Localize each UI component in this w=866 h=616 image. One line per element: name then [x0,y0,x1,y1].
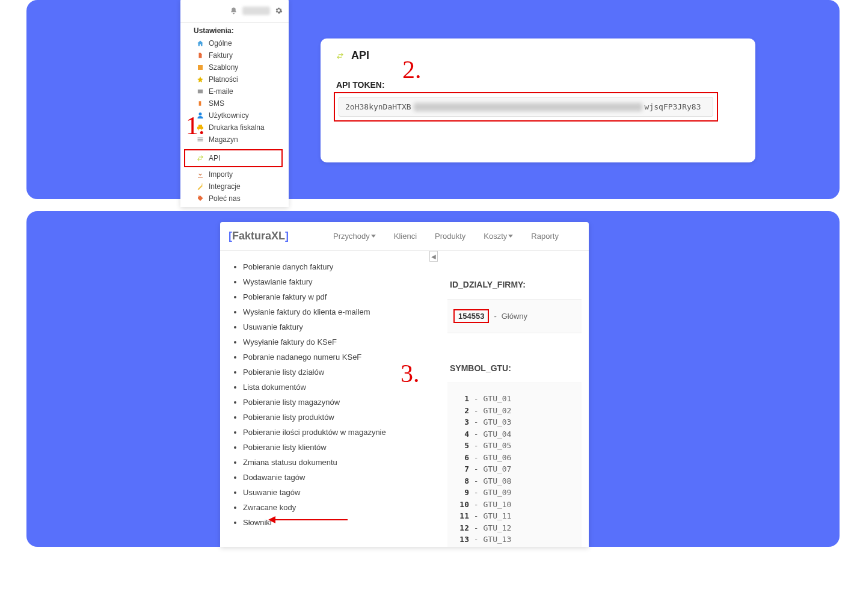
app-navbar: [FakturaXL] PrzychodyKlienciProduktyKosz… [220,222,589,251]
gtu-row: 6 - GTU_06 [456,452,573,464]
settings-item-label: Integracje [209,182,241,191]
docs-link[interactable]: Wysłanie faktury do klienta e-mailem [243,304,434,319]
swap-icon [196,155,204,162]
api-token-field[interactable]: 2oH38kynDaHTXB wjsqFP3JRy83 [339,97,713,117]
settings-item-label: Szablony [209,63,238,72]
nav-klienci[interactable]: Klienci [394,232,417,241]
settings-item-label: Faktury [209,51,233,60]
docs-link[interactable]: Dodawanie tagów [243,470,434,485]
nav-koszty[interactable]: Koszty [484,232,513,241]
callout-number-2: 2. [402,55,422,84]
bell-icon[interactable] [230,7,238,14]
gtu-row: 3 - GTU_03 [456,416,573,428]
id-dzialy-name: Główny [502,312,527,321]
tutorial-step-1-2-container: Ustawienia: OgólneFakturySzablonyPłatnoś… [26,0,840,199]
nav-przychody[interactable]: Przychody [333,232,376,241]
settings-item-faktury[interactable]: Faktury [180,49,289,61]
username-blurred [242,7,270,15]
settings-dropdown-panel: Ustawienia: OgólneFakturySzablonyPłatnoś… [180,0,289,207]
api-docs-content: 3. ID_DZIALY_FIRMY: 154553 - Główny SYMB… [437,251,589,547]
gtu-row: 4 - GTU_04 [456,428,573,440]
tutorial-step-3-container: [FakturaXL] PrzychodyKlienciProduktyKosz… [26,211,840,547]
swap-icon [336,52,344,60]
api-heading: API [351,49,369,62]
wand-icon [196,183,204,191]
docs-link[interactable]: Wysyłanie faktury do KSeF [243,334,434,350]
settings-item-szablony[interactable]: Szablony [180,61,289,73]
gtu-row: 1 - GTU_01 [456,393,573,405]
download-icon [196,171,204,179]
gear-icon[interactable] [275,7,283,14]
id-dzialy-label: ID_DZIALY_FIRMY: [450,280,582,289]
gtu-row: 13 - GTU_13 [456,534,573,546]
docs-link[interactable]: Usuwanie tagów [243,485,434,500]
phone-icon [196,100,204,108]
nav-links: PrzychodyKlienciProduktyKosztyRaporty [333,232,559,241]
chevron-down-icon [508,235,513,238]
app-logo[interactable]: [FakturaXL] [229,230,289,242]
callout-number-1: 1. [186,111,205,140]
nav-raporty[interactable]: Raporty [531,232,559,241]
api-settings-card: 2. API API TOKEN: 2oH38kynDaHTXB wjsqFP3… [321,38,755,162]
settings-item-label: SMS [209,99,224,108]
id-dzialy-value: 154553 [453,309,489,323]
api-token-blurred [414,103,642,111]
logo-close-bracket: ] [285,230,289,242]
settings-item-poleć-nas[interactable]: Poleć nas [180,192,289,205]
nav-label: Produkty [435,232,465,241]
callout-number-3: 3. [401,359,420,388]
api-token-prefix: 2oH38kynDaHTXB [345,102,411,111]
gtu-row: 8 - GTU_08 [456,475,573,487]
id-dzialy-row: 154553 - Główny [447,299,582,333]
symbol-gtu-list: 1 - GTU_012 - GTU_023 - GTU_034 - GTU_04… [447,383,582,547]
docs-link[interactable]: Pobieranie listy magazynów [243,395,434,410]
image-icon [196,64,204,72]
docs-link[interactable]: Pobieranie danych faktury [243,259,434,274]
api-title-row: API [333,49,755,62]
docs-link[interactable]: Zwracane kody [243,500,434,515]
arrow-annotation [269,519,348,520]
docs-link[interactable]: Wystawianie faktury [243,274,434,289]
settings-item-sms[interactable]: SMS [180,97,289,109]
docs-link[interactable]: Pobieranie faktury w pdf [243,289,434,304]
settings-item-label: Poleć nas [209,194,241,203]
symbol-gtu-label: SYMBOL_GTU: [450,363,582,373]
nav-label: Klienci [394,232,417,241]
gtu-row: 2 - GTU_02 [456,405,573,417]
docs-link[interactable]: Pobieranie listy klientów [243,440,434,455]
docs-link[interactable]: Pobieranie ilości produktów w magazynie [243,425,434,440]
nav-label: Raporty [531,232,559,241]
settings-item-label: Ogólne [209,39,232,48]
docs-link[interactable]: Usuwanie faktury [243,319,434,334]
file-icon [196,52,204,60]
settings-item-płatności[interactable]: Płatności [180,73,289,85]
nav-label: Koszty [484,232,507,241]
gtu-row: 11 - GTU_11 [456,510,573,522]
logo-name: FakturaXL [232,230,285,242]
settings-item-label: Płatności [209,75,238,84]
chevron-down-icon [371,235,376,238]
nav-label: Przychody [333,232,370,241]
settings-item-label: Użytkownicy [209,111,249,120]
star-icon [196,76,204,84]
settings-item-api[interactable]: API [184,149,283,167]
gtu-row: 9 - GTU_09 [456,487,573,499]
nav-produkty[interactable]: Produkty [435,232,465,241]
tag-icon [196,195,204,203]
home-icon [196,40,204,48]
settings-item-label: E-maile [209,87,233,96]
api-token-highlight: 2oH38kynDaHTXB wjsqFP3JRy83 [334,92,718,122]
settings-item-e-maile[interactable]: E-maile [180,85,289,97]
settings-heading: Ustawienia: [180,23,289,37]
settings-item-importy[interactable]: Importy [180,168,289,180]
id-dzialy-sep: - [494,312,496,321]
settings-item-label: Magazyn [209,135,238,144]
settings-item-label: Drukarka fiskalna [209,123,265,132]
api-token-label: API TOKEN: [333,80,755,90]
settings-item-ogólne[interactable]: Ogólne [180,37,289,49]
settings-item-label: Importy [209,170,233,179]
settings-item-integracje[interactable]: Integracje [180,180,289,192]
docs-link[interactable]: Pobieranie listy produktów [243,410,434,425]
api-token-suffix: wjsqFP3JRy83 [645,102,701,111]
docs-link[interactable]: Zmiana statusu dokumentu [243,455,434,470]
